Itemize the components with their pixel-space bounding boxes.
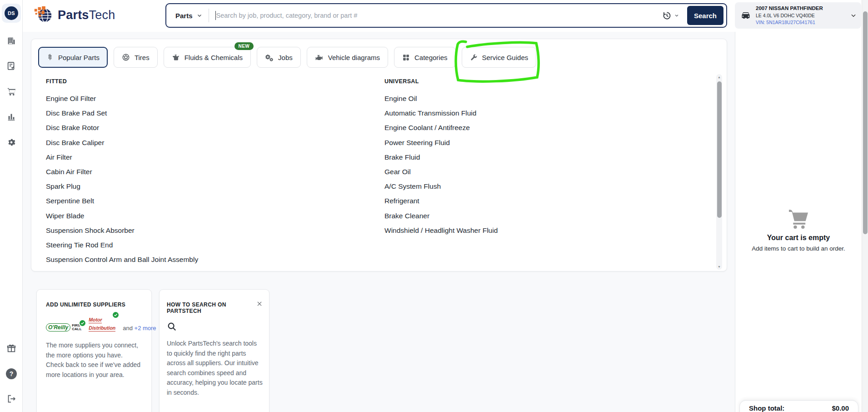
- part-link[interactable]: Air Filter: [46, 150, 337, 165]
- part-link[interactable]: Windshield / Headlight Washer Fluid: [384, 223, 675, 238]
- scroll-up-arrow-icon[interactable]: ▲: [716, 75, 722, 79]
- part-link[interactable]: Wiper Blade: [46, 209, 337, 223]
- sidebar-item-orders[interactable]: [2, 57, 20, 75]
- cart-icon: [6, 86, 17, 97]
- sidebar-item-logout[interactable]: [2, 390, 20, 408]
- popular-parts-card: Popular Parts Tires NEW Fluids & Che: [31, 39, 727, 271]
- part-link[interactable]: Refrigerant: [384, 194, 675, 208]
- sidebar-item-reports[interactable]: [2, 108, 20, 126]
- vehicle-selector[interactable]: 2007 NISSAN PATHFINDER LE 4.0L V6 DOHC V…: [735, 2, 861, 29]
- universal-title: UNIVERSAL: [384, 78, 675, 85]
- part-link[interactable]: Engine Oil Filter: [46, 91, 337, 106]
- part-link[interactable]: A/C System Flush: [384, 179, 675, 194]
- part-link[interactable]: Suspension Shock Absorber: [46, 223, 337, 238]
- search-bar: Parts Search: [165, 3, 727, 28]
- part-link[interactable]: Engine Oil: [384, 91, 675, 106]
- window-scrollbar[interactable]: [862, 0, 868, 412]
- how-to-search-card: HOW TO SEARCH ON PARTSTECH Unlock PartsT…: [159, 289, 269, 412]
- gear-icon: [6, 137, 16, 147]
- suppliers-card-body: The more suppliers you connect, the more…: [37, 332, 151, 380]
- check-badge-icon: [112, 311, 120, 319]
- shock-absorber-icon: [46, 53, 54, 61]
- tab-popular-parts[interactable]: Popular Parts: [38, 47, 108, 68]
- howto-card-title: HOW TO SEARCH ON PARTSTECH: [167, 301, 256, 314]
- vehicle-info: 2007 NISSAN PATHFINDER LE 4.0L V6 DOHC V…: [756, 5, 850, 26]
- chevron-down-icon: [197, 13, 202, 18]
- close-icon[interactable]: [256, 301, 263, 307]
- check-badge-icon: [79, 319, 86, 327]
- tab-tires[interactable]: Tires: [114, 47, 158, 68]
- vehicle-vin: VIN: 5N1AR18U27C641761: [756, 19, 850, 26]
- bar-chart-icon: [6, 112, 16, 122]
- list-check-icon: [6, 61, 16, 71]
- search-history-dropdown[interactable]: [662, 11, 679, 20]
- list-scrollbar-thumb[interactable]: [717, 81, 722, 218]
- part-link[interactable]: Gear Oil: [384, 165, 675, 179]
- part-link[interactable]: Steering Tie Rod End: [46, 238, 337, 252]
- cart-panel: Your cart is empty Add items to cart to …: [735, 0, 862, 412]
- window-scrollbar-thumb[interactable]: [863, 11, 868, 234]
- more-suppliers-text: and +2 more: [123, 325, 156, 332]
- vehicle-title: 2007 NISSAN PATHFINDER: [756, 5, 850, 12]
- list-scrollbar[interactable]: ▲ ▼: [716, 74, 722, 270]
- search-input[interactable]: [216, 12, 662, 19]
- fitted-title: FITTED: [46, 78, 337, 85]
- text-caret: [215, 11, 216, 20]
- oil-can-icon: [172, 53, 180, 61]
- part-link[interactable]: Engine Coolant / Antifreeze: [384, 121, 675, 135]
- part-link[interactable]: Automatic Transmission Fluid: [384, 106, 675, 121]
- part-link[interactable]: Power Steering Fluid: [384, 136, 675, 150]
- sidebar-item-suppliers[interactable]: [2, 32, 20, 50]
- motor-text: Motor Distribution: [89, 317, 115, 332]
- part-link[interactable]: Brake Cleaner: [384, 209, 675, 223]
- part-link[interactable]: Suspension Control Arm and Ball Joint As…: [46, 252, 337, 267]
- avatar-initials: DS: [5, 6, 18, 20]
- tab-label: Categories: [414, 54, 448, 61]
- part-link[interactable]: Disc Brake Rotor: [46, 121, 337, 135]
- oreilly-text: O'Reilly: [46, 323, 70, 332]
- help-circle-icon: ?: [6, 368, 17, 379]
- part-link[interactable]: Disc Brake Pad Set: [46, 106, 337, 121]
- cart-empty-title: Your cart is empty: [735, 234, 862, 242]
- tab-categories-wrap: Categories: [394, 47, 456, 68]
- part-link[interactable]: Disc Brake Caliper: [46, 136, 337, 150]
- part-link[interactable]: Serpentine Belt: [46, 194, 337, 208]
- wrench-icon: [470, 54, 478, 61]
- more-suppliers-link[interactable]: +2 more: [135, 325, 156, 332]
- main-content: Popular Parts Tires NEW Fluids & Che: [23, 32, 735, 412]
- sidebar-item-help[interactable]: ?: [2, 365, 20, 383]
- sidebar-item-rewards[interactable]: [2, 339, 20, 357]
- tab-label: Popular Parts: [58, 54, 100, 61]
- tab-tires-wrap: Tires: [114, 47, 158, 68]
- tab-service-guides[interactable]: Service Guides: [462, 47, 537, 68]
- shop-total-bar: Shop total: $0.00: [739, 400, 858, 412]
- empty-cart-icon: [735, 206, 862, 231]
- supplier-logos: O'Reilly FIRST CALL Motor Distribution a…: [37, 308, 151, 332]
- shop-total-label: Shop total:: [749, 404, 784, 412]
- scroll-down-arrow-icon[interactable]: ▼: [716, 265, 722, 268]
- user-avatar[interactable]: DS: [2, 4, 21, 23]
- tab-label: Service Guides: [482, 54, 529, 61]
- search-button[interactable]: Search: [687, 6, 723, 25]
- building-icon: [6, 36, 16, 46]
- part-link[interactable]: Spark Plug: [46, 179, 337, 194]
- brand-bold: Parts: [58, 8, 89, 22]
- sidebar-item-settings[interactable]: [2, 133, 20, 151]
- part-link[interactable]: Cabin Air Filter: [46, 165, 337, 179]
- tab-diagrams-wrap: Vehicle diagrams: [307, 47, 388, 68]
- tab-vehicle-diagrams[interactable]: Vehicle diagrams: [307, 47, 388, 68]
- sidebar-item-cart[interactable]: [2, 82, 20, 100]
- search-scope-dropdown[interactable]: Parts: [166, 12, 202, 20]
- tab-jobs[interactable]: Jobs: [257, 47, 301, 68]
- and-text: and: [123, 325, 133, 332]
- tab-label: Fluids & Chemicals: [185, 54, 243, 61]
- universal-column: UNIVERSAL Engine Oil Automatic Transmiss…: [384, 78, 675, 238]
- partstech-globe-icon: [33, 5, 54, 25]
- tab-categories[interactable]: Categories: [394, 47, 456, 68]
- motor-distribution-logo: Motor Distribution: [89, 315, 115, 332]
- chevron-down-icon: [850, 12, 857, 19]
- partstech-logo[interactable]: PartsTech: [33, 5, 115, 25]
- oreilly-logo: O'Reilly FIRST CALL: [46, 323, 82, 332]
- part-link[interactable]: Brake Fluid: [384, 150, 675, 165]
- tab-label: Vehicle diagrams: [328, 54, 380, 61]
